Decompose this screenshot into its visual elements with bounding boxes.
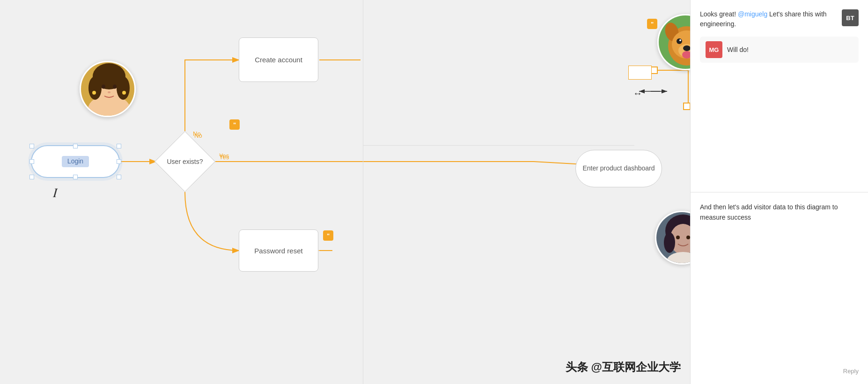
svg-point-26	[122, 91, 126, 95]
mention-text: @miguelg	[738, 10, 767, 18]
handle-bl[interactable]	[29, 175, 34, 179]
avatar-mg: MG	[706, 41, 722, 58]
text-cursor-icon: 𝐼	[53, 186, 57, 199]
diamond-label: User exists?	[154, 131, 215, 192]
avatar-bt: BT	[842, 9, 859, 26]
diamond-container: User exists?	[154, 131, 215, 192]
watermark: 头条 @互联网企业大学	[566, 360, 681, 375]
comment-bottom: And then let's add visitor data to this …	[691, 192, 868, 384]
dashboard-label: Enter product dashboard	[582, 164, 655, 173]
handle-mr[interactable]	[117, 159, 121, 164]
horizontal-divider	[363, 145, 634, 146]
svg-line-10	[648, 90, 662, 93]
svg-point-22	[102, 85, 105, 89]
reply-label[interactable]: Reply	[700, 368, 859, 375]
svg-point-21	[117, 76, 130, 100]
svg-point-33	[683, 45, 691, 51]
comment-message-2: MG Will do!	[700, 37, 859, 63]
handle-tl[interactable]	[29, 144, 34, 148]
svg-point-23	[113, 85, 117, 89]
svg-point-34	[677, 38, 682, 44]
create-account-box[interactable]: Create account	[239, 37, 318, 82]
comment-top: Looks great! @miguelg Let's share this w…	[691, 0, 868, 192]
svg-point-24	[108, 91, 110, 93]
comment-1-text: Looks great! @miguelg Let's share this w…	[700, 9, 836, 29]
login-label: Login	[62, 156, 89, 167]
create-account-label: Create account	[255, 55, 302, 65]
svg-point-42	[664, 232, 675, 253]
handle-tc[interactable]	[73, 144, 78, 148]
quote-badge-create: "	[229, 119, 240, 130]
canvas: Login 𝐼 User exists? No Yes Create accou…	[0, 0, 868, 384]
quote-badge-password: "	[323, 230, 333, 241]
yes-arrow-label: Yes	[219, 154, 229, 161]
login-box[interactable]: Login	[31, 145, 120, 178]
svg-rect-14	[651, 67, 657, 74]
comment-3-text: And then let's add visitor data to this …	[700, 202, 859, 223]
svg-point-45	[686, 236, 690, 239]
avatar-woman1	[80, 61, 136, 117]
vertical-divider	[363, 0, 363, 384]
svg-point-20	[88, 76, 102, 100]
password-reset-label: Password reset	[254, 246, 302, 256]
comment-message-1: Looks great! @miguelg Let's share this w…	[700, 9, 859, 29]
password-reset-box[interactable]: Password reset	[239, 229, 318, 272]
handle-bc[interactable]	[73, 175, 78, 179]
svg-rect-15	[684, 103, 690, 110]
connector-box-top-right	[628, 66, 652, 80]
handle-tr[interactable]	[117, 144, 121, 148]
comment-panel: Looks great! @miguelg Let's share this w…	[690, 0, 868, 384]
dashboard-box[interactable]: Enter product dashboard	[575, 150, 662, 187]
comment-message-1-text-area: Looks great! @miguelg Let's share this w…	[700, 9, 836, 29]
no-arrow-label: No	[194, 132, 202, 139]
svg-point-36	[679, 39, 681, 41]
comment-2-text: Will do!	[727, 46, 749, 53]
svg-point-25	[92, 91, 96, 95]
handle-br[interactable]	[117, 175, 121, 179]
quote-badge-top-right: "	[647, 19, 657, 29]
handle-ml[interactable]	[29, 159, 34, 164]
resize-arrow-icon: ↔	[633, 88, 642, 99]
comment-input-area[interactable]: And then let's add visitor data to this …	[700, 202, 859, 223]
svg-point-44	[676, 236, 680, 239]
